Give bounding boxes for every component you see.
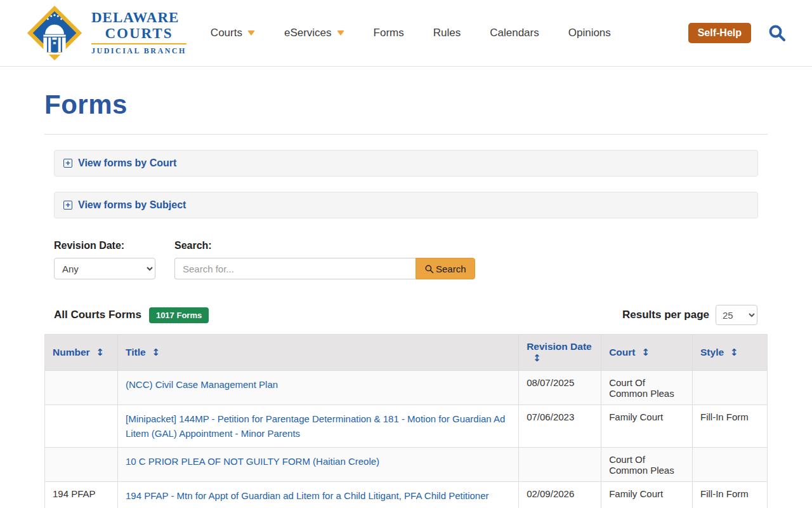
nav-item-label: Rules — [433, 27, 461, 39]
revision-date-label: Revision Date: — [54, 240, 155, 251]
accordion-view-forms-by-court[interactable]: + View forms by Court — [54, 150, 758, 177]
nav-item-eservices[interactable]: eServices — [284, 27, 344, 39]
column-header-title[interactable]: Title↕ — [117, 335, 518, 371]
nav-item-label: Forms — [374, 27, 404, 39]
results-heading: All Courts Forms — [54, 309, 141, 321]
results-per-page-label: Results per page — [622, 309, 709, 321]
form-title-link[interactable]: [Minipacket] 144MP - Petition for Parent… — [126, 413, 505, 439]
form-court-cell: Family Court — [601, 405, 693, 448]
courthouse-diamond-icon — [25, 5, 84, 61]
search-icon[interactable] — [768, 23, 787, 43]
column-label: Title — [126, 347, 146, 358]
form-title-link[interactable]: (NCC) Civil Case Management Plan — [126, 379, 278, 390]
form-court-cell: Court Of Common Pleas — [601, 447, 693, 481]
results-per-page-group: Results per page 25 — [622, 305, 757, 325]
column-label: Court — [609, 347, 635, 358]
self-help-button[interactable]: Self-Help — [688, 23, 751, 43]
search-group: Search — [174, 258, 475, 279]
form-revision-date-cell — [519, 447, 601, 481]
form-court-cell: Court Of Common Pleas — [601, 371, 693, 405]
form-style-cell — [693, 447, 768, 481]
nav-item-opinions[interactable]: Opinions — [568, 27, 611, 39]
form-title-link[interactable]: 10 C PRIOR PLEA OF NOT GUILTY FORM (Hait… — [126, 456, 379, 467]
header-row: Number↕ Title↕ Revision Date ↕ Court↕ St… — [45, 335, 768, 371]
table-row: [Minipacket] 144MP - Petition for Parent… — [45, 405, 768, 448]
page-title: Forms — [44, 90, 768, 120]
column-header-number[interactable]: Number↕ — [45, 335, 118, 371]
nav-item-rules[interactable]: Rules — [433, 27, 461, 39]
nav-item-forms[interactable]: Forms — [374, 27, 404, 39]
form-style-cell: Fill-In Form — [693, 405, 768, 448]
nav-item-label: eServices — [284, 27, 332, 39]
form-court-cell: Family Court — [601, 481, 693, 508]
logo-gold-rule — [91, 43, 187, 44]
form-revision-date-cell: 02/09/2026 — [519, 481, 601, 508]
nav-item-calendars[interactable]: Calendars — [490, 27, 539, 39]
nav-item-courts[interactable]: Courts — [211, 27, 255, 39]
revision-date-select[interactable]: Any — [54, 258, 155, 279]
form-title-cell: 194 PFAP - Mtn for Appt of Guardian ad L… — [117, 481, 518, 508]
sort-icon[interactable]: ↕ — [533, 352, 541, 364]
expand-plus-icon: + — [63, 201, 72, 210]
logo-line-delaware: DELAWARE — [91, 10, 187, 25]
title-divider — [44, 134, 768, 135]
forms-table-header: Number↕ Title↕ Revision Date ↕ Court↕ St… — [45, 335, 768, 371]
search-button-label: Search — [436, 264, 466, 274]
form-title-cell: [Minipacket] 144MP - Petition for Parent… — [117, 405, 518, 448]
form-style-cell — [693, 371, 768, 405]
column-header-court[interactable]: Court↕ — [601, 335, 693, 371]
table-row: (NCC) Civil Case Management Plan 08/07/2… — [45, 371, 768, 405]
chevron-down-icon — [247, 30, 255, 36]
logo-text: DELAWARE COURTS JUDICIAL BRANCH — [91, 10, 187, 55]
sort-icon[interactable]: ↕ — [96, 347, 105, 358]
results-heading-group: All Courts Forms 1017 Forms — [54, 307, 209, 323]
nav-item-label: Calendars — [490, 27, 539, 39]
search-icon — [424, 264, 434, 274]
nav-item-label: Courts — [211, 27, 242, 39]
column-label: Number — [53, 347, 90, 358]
results-per-page-select[interactable]: 25 — [716, 305, 757, 325]
search-filter: Search: Search — [174, 240, 475, 279]
accordion-view-forms-by-subject[interactable]: + View forms by Subject — [54, 192, 758, 218]
column-header-style[interactable]: Style↕ — [693, 335, 768, 371]
column-label: Style — [700, 347, 724, 358]
column-header-revision-date[interactable]: Revision Date ↕ — [519, 335, 601, 371]
forms-count-badge: 1017 Forms — [149, 307, 209, 323]
form-revision-date-cell: 07/06/2023 — [519, 405, 601, 448]
expand-plus-icon: + — [63, 159, 72, 168]
results-bar: All Courts Forms 1017 Forms Results per … — [44, 305, 768, 325]
sort-icon[interactable]: ↕ — [641, 347, 650, 358]
search-label: Search: — [174, 240, 475, 251]
form-revision-date-cell: 08/07/2025 — [519, 371, 601, 405]
table-row: 194 PFAP 194 PFAP - Mtn for Appt of Guar… — [45, 481, 768, 508]
form-title-cell: 10 C PRIOR PLEA OF NOT GUILTY FORM (Hait… — [117, 447, 518, 481]
search-input[interactable] — [174, 258, 416, 279]
form-title-link[interactable]: 194 PFAP - Mtn for Appt of Guardian ad L… — [126, 490, 489, 501]
accordion-label: View forms by Subject — [78, 199, 186, 211]
logo-line-judicial-branch: JUDICIAL BRANCH — [91, 46, 187, 56]
form-number-cell — [45, 447, 118, 481]
column-label: Revision Date — [527, 341, 592, 352]
delaware-courts-logo[interactable]: DELAWARE COURTS JUDICIAL BRANCH — [25, 5, 187, 61]
form-number-cell: 194 PFAP — [45, 481, 118, 508]
site-header: DELAWARE COURTS JUDICIAL BRANCH Courts e… — [0, 0, 812, 67]
form-number-cell — [45, 405, 118, 448]
sort-icon[interactable]: ↕ — [152, 347, 160, 358]
form-number-cell — [45, 371, 118, 405]
nav-item-label: Opinions — [568, 27, 611, 39]
logo-line-courts: COURTS — [91, 26, 187, 41]
chevron-down-icon — [337, 30, 344, 36]
sort-icon[interactable]: ↕ — [730, 347, 738, 358]
main-content: Forms + View forms by Court + View forms… — [44, 90, 768, 508]
search-button[interactable]: Search — [416, 258, 475, 279]
form-title-cell: (NCC) Civil Case Management Plan — [117, 371, 518, 405]
form-style-cell: Fill-In Form — [693, 481, 768, 508]
forms-table-body: (NCC) Civil Case Management Plan 08/07/2… — [45, 371, 768, 508]
revision-date-filter: Revision Date: Any — [54, 240, 155, 279]
forms-table: Number↕ Title↕ Revision Date ↕ Court↕ St… — [44, 334, 768, 508]
filters-row: Revision Date: Any Search: Search — [54, 240, 758, 279]
accordion-label: View forms by Court — [78, 157, 176, 169]
main-nav: Courts eServices Forms Rules Calendars O… — [211, 27, 688, 39]
table-row: 10 C PRIOR PLEA OF NOT GUILTY FORM (Hait… — [45, 447, 768, 481]
